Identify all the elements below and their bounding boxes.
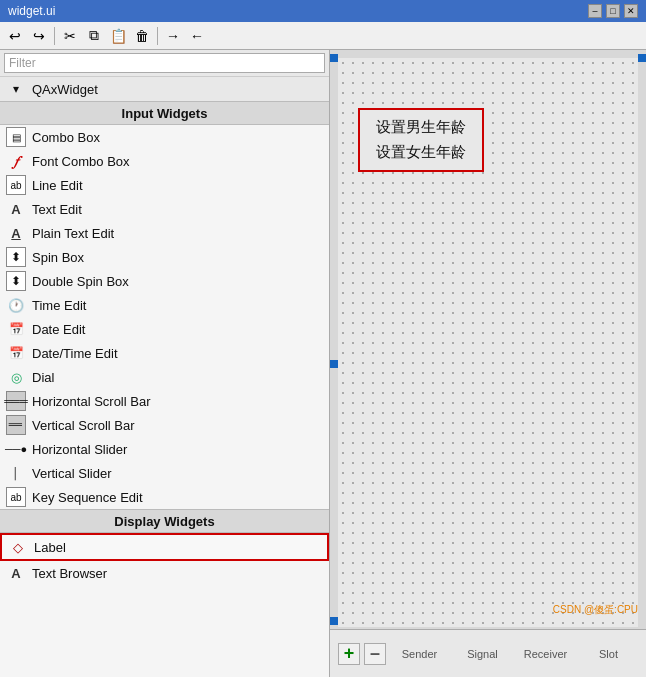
signal-slot-bar: + – Sender Signal Receiver Slot	[330, 629, 646, 677]
vertical-slider-icon: │	[6, 463, 26, 483]
receiver-col-header: Receiver	[516, 648, 575, 660]
resize-handle-bottom-left[interactable]	[330, 617, 338, 625]
list-item-font-combo-box[interactable]: 𝑓 Font Combo Box	[0, 149, 329, 173]
toolbar-separator	[54, 27, 55, 45]
remove-connection-button[interactable]: –	[364, 643, 386, 665]
qaxwidget-icon: ▾	[6, 79, 26, 99]
list-item-combo-box[interactable]: ▤ Combo Box	[0, 125, 329, 149]
list-item-text-edit[interactable]: A Text Edit	[0, 197, 329, 221]
horizontal-slider-icon: ──●	[6, 439, 26, 459]
main-layout: ▾ QAxWidget Input Widgets ▤ Combo Box 𝑓 …	[0, 50, 646, 677]
list-item-double-spin-box[interactable]: ⬍ Double Spin Box	[0, 269, 329, 293]
filter-input[interactable]	[4, 53, 325, 73]
slot-col-header: Slot	[579, 648, 638, 660]
plain-text-edit-icon: A	[6, 223, 26, 243]
time-edit-icon: 🕐	[6, 295, 26, 315]
paste-icon[interactable]: 📋	[107, 25, 129, 47]
label-icon: ◇	[8, 537, 28, 557]
horizontal-scroll-bar-icon: ═══	[6, 391, 26, 411]
list-item-line-edit[interactable]: ab Line Edit	[0, 173, 329, 197]
close-button[interactable]: ✕	[624, 4, 638, 18]
category-input-widgets: Input Widgets	[0, 101, 329, 125]
list-item-horizontal-slider[interactable]: ──● Horizontal Slider	[0, 437, 329, 461]
forward-icon[interactable]: →	[162, 25, 184, 47]
list-item-plain-text-edit[interactable]: A Plain Text Edit	[0, 221, 329, 245]
datetime-edit-icon: 📅	[6, 343, 26, 363]
text-edit-icon: A	[6, 199, 26, 219]
copy-icon[interactable]: ⧉	[83, 25, 105, 47]
back-icon[interactable]: ←	[186, 25, 208, 47]
list-item-horizontal-scroll-bar[interactable]: ═══ Horizontal Scroll Bar	[0, 389, 329, 413]
left-panel: ▾ QAxWidget Input Widgets ▤ Combo Box 𝑓 …	[0, 50, 330, 677]
minimize-button[interactable]: –	[588, 4, 602, 18]
resize-handle-mid-left[interactable]	[330, 360, 338, 368]
font-combo-box-icon: 𝑓	[6, 151, 26, 171]
title-text: widget.ui	[8, 4, 588, 18]
canvas-text-line2: 设置女生年龄	[376, 143, 466, 162]
list-item-datetime-edit[interactable]: 📅 Date/Time Edit	[0, 341, 329, 365]
list-item-text-browser[interactable]: A Text Browser	[0, 561, 329, 585]
key-sequence-edit-icon: ab	[6, 487, 26, 507]
list-item-vertical-slider[interactable]: │ Vertical Slider	[0, 461, 329, 485]
display-category-label: Display Widgets	[114, 514, 214, 529]
sender-col-header: Sender	[390, 648, 449, 660]
resize-handle-top-left[interactable]	[330, 54, 338, 62]
canvas-text-line1: 设置男生年龄	[376, 118, 466, 137]
resize-handle-top-right[interactable]	[638, 54, 646, 62]
right-panel: 设置男生年龄 设置女生年龄 CSDN @傻蛋:CPU + – Sender Si…	[330, 50, 646, 677]
watermark: CSDN @傻蛋:CPU	[553, 603, 638, 617]
dial-icon: ◎	[6, 367, 26, 387]
list-item-qaxwidget[interactable]: ▾ QAxWidget	[0, 77, 329, 101]
widget-list: ▾ QAxWidget Input Widgets ▤ Combo Box 𝑓 …	[0, 77, 329, 677]
cut-icon[interactable]: ✂	[59, 25, 81, 47]
line-edit-icon: ab	[6, 175, 26, 195]
maximize-button[interactable]: □	[606, 4, 620, 18]
list-item-time-edit[interactable]: 🕐 Time Edit	[0, 293, 329, 317]
add-connection-button[interactable]: +	[338, 643, 360, 665]
filter-row	[0, 50, 329, 77]
list-item-spin-box[interactable]: ⬍ Spin Box	[0, 245, 329, 269]
combo-box-icon: ▤	[6, 127, 26, 147]
list-item-key-sequence-edit[interactable]: ab Key Sequence Edit	[0, 485, 329, 509]
canvas-widget-box[interactable]: 设置男生年龄 设置女生年龄	[358, 108, 484, 172]
canvas-area[interactable]: 设置男生年龄 设置女生年龄	[338, 58, 638, 627]
qaxwidget-label: QAxWidget	[32, 82, 98, 97]
delete-icon[interactable]: 🗑	[131, 25, 153, 47]
category-display-widgets: Display Widgets	[0, 509, 329, 533]
toolbar: ↩ ↪ ✂ ⧉ 📋 🗑 → ←	[0, 22, 646, 50]
spin-box-icon: ⬍	[6, 247, 26, 267]
date-edit-icon: 📅	[6, 319, 26, 339]
list-item-date-edit[interactable]: 📅 Date Edit	[0, 317, 329, 341]
category-label: Input Widgets	[122, 106, 208, 121]
undo-icon[interactable]: ↩	[4, 25, 26, 47]
toolbar-separator-2	[157, 27, 158, 45]
signal-col-header: Signal	[453, 648, 512, 660]
title-bar: widget.ui – □ ✕	[0, 0, 646, 22]
vertical-scroll-bar-icon: ║	[6, 415, 26, 435]
list-item-vertical-scroll-bar[interactable]: ║ Vertical Scroll Bar	[0, 413, 329, 437]
redo-icon[interactable]: ↪	[28, 25, 50, 47]
list-item-label[interactable]: ◇ Label	[0, 533, 329, 561]
double-spin-box-icon: ⬍	[6, 271, 26, 291]
text-browser-icon: A	[6, 563, 26, 583]
list-item-dial[interactable]: ◎ Dial	[0, 365, 329, 389]
title-controls: – □ ✕	[588, 4, 638, 18]
